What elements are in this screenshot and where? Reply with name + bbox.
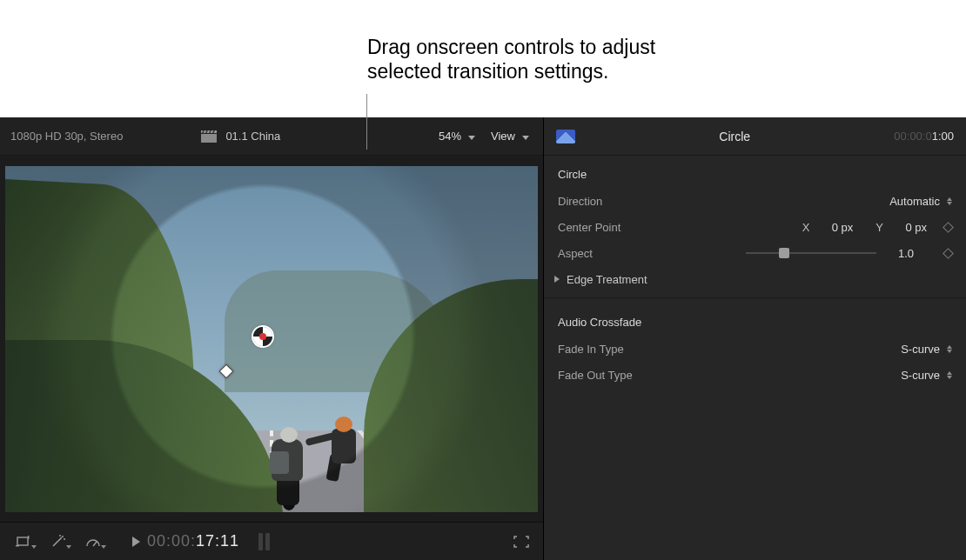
clip-name-group: 01.1 China: [201, 130, 280, 143]
zoom-dropdown[interactable]: 54%: [439, 130, 475, 143]
center-point-row: Center Point X 0 px Y 0 px: [544, 214, 966, 240]
viewer-canvas[interactable]: [0, 156, 543, 522]
app-root: Drag onscreen controls to adjust selecte…: [0, 0, 966, 560]
tool-group: [9, 530, 108, 554]
audio-skim-indicator: [258, 533, 270, 550]
svg-rect-6: [17, 537, 28, 545]
svg-point-12: [59, 535, 61, 537]
view-label: View: [491, 130, 515, 143]
slider-thumb[interactable]: [779, 248, 789, 258]
clip-name: 01.1 China: [225, 130, 280, 143]
viewer-bottom-bar: 00:00:17:11: [0, 522, 543, 560]
stepper-icon: [947, 345, 952, 353]
fullscreen-button[interactable]: [508, 530, 534, 554]
fade-out-row: Fade Out Type S-curve: [544, 362, 966, 388]
timecode-display[interactable]: 00:00:17:11: [147, 532, 239, 550]
transition-icon: [556, 130, 575, 143]
svg-line-9: [53, 537, 62, 546]
editor: 1080p HD 30p, Stereo 01.1 China 54% View: [0, 117, 966, 560]
onscreen-center-handle[interactable]: [253, 327, 272, 346]
zoom-value: 54%: [439, 130, 461, 143]
direction-dropdown[interactable]: Automatic: [889, 195, 952, 208]
inspector-body: Circle Direction Automatic Center Point …: [544, 156, 966, 393]
direction-row: Direction Automatic: [544, 188, 966, 214]
fade-in-dropdown[interactable]: S-curve: [901, 343, 952, 356]
format-label: 1080p HD 30p, Stereo: [10, 130, 123, 143]
duration-lit: 1:00: [932, 130, 954, 143]
transport-block: 00:00:17:11: [132, 532, 270, 550]
viewer-panel: 1080p HD 30p, Stereo 01.1 China 54% View: [0, 117, 544, 560]
svg-line-13: [93, 542, 97, 546]
svg-point-10: [62, 536, 64, 537]
fade-out-label: Fade Out Type: [558, 369, 688, 382]
annotation-leader-line: [366, 94, 367, 150]
svg-point-11: [64, 538, 65, 540]
gauge-icon: [85, 535, 101, 549]
crop-icon: [16, 536, 31, 548]
stepper-icon: [947, 371, 952, 379]
keyframe-button[interactable]: [943, 222, 954, 233]
speed-tool-button[interactable]: [78, 530, 108, 554]
svg-rect-7: [16, 545, 19, 546]
inspector-header: Circle 00:00:01:00: [544, 117, 966, 156]
stepper-icon: [947, 197, 952, 205]
aspect-slider[interactable]: [746, 247, 876, 259]
keyframe-button[interactable]: [943, 248, 954, 259]
chevron-down-icon: [520, 130, 529, 143]
wand-icon: [50, 535, 66, 549]
inspector-title: Circle: [575, 130, 894, 143]
edge-treatment-label: Edge Treatment: [567, 273, 647, 286]
axis-y-label: Y: [875, 221, 883, 234]
fade-in-label: Fade In Type: [558, 343, 688, 356]
aspect-value[interactable]: 1.0: [885, 247, 927, 260]
video-frame: [5, 166, 538, 512]
axis-x-label: X: [802, 221, 810, 234]
inspector-panel: Circle 00:00:01:00 Circle Direction Auto…: [544, 117, 966, 560]
timecode-prefix: 00:00:: [147, 532, 196, 550]
aspect-row: Aspect 1.0: [544, 240, 966, 266]
retime-tool-button[interactable]: [44, 530, 73, 554]
duration-dim: 00:00:0: [894, 130, 931, 143]
direction-value: Automatic: [889, 195, 940, 208]
clapperboard-icon: [201, 130, 217, 143]
fade-in-value: S-curve: [901, 343, 940, 356]
annotation-area: Drag onscreen controls to adjust selecte…: [0, 0, 966, 117]
section-title-audio: Audio Crossfade: [544, 303, 966, 336]
transform-tool-button[interactable]: [9, 530, 38, 554]
center-y-value[interactable]: 0 px: [892, 221, 927, 234]
direction-label: Direction: [558, 195, 688, 208]
section-title-circle: Circle: [544, 161, 966, 188]
fade-out-value: S-curve: [901, 369, 940, 382]
chevron-down-icon: [466, 130, 475, 143]
fullscreen-icon: [513, 536, 529, 548]
annotation-text: Drag onscreen controls to adjust selecte…: [367, 35, 655, 83]
view-dropdown[interactable]: View: [491, 130, 529, 143]
play-button[interactable]: [132, 537, 140, 547]
inspector-duration[interactable]: 00:00:01:00: [894, 130, 954, 143]
fade-out-dropdown[interactable]: S-curve: [901, 369, 952, 382]
fade-in-row: Fade In Type S-curve: [544, 336, 966, 362]
edge-treatment-disclosure[interactable]: Edge Treatment: [544, 266, 966, 292]
center-point-label: Center Point: [558, 221, 688, 234]
viewer-top-bar: 1080p HD 30p, Stereo 01.1 China 54% View: [0, 117, 543, 156]
svg-rect-0: [201, 134, 217, 143]
aspect-label: Aspect: [558, 247, 688, 260]
svg-rect-8: [28, 536, 29, 539]
timecode-active: 17:11: [196, 532, 239, 550]
disclosure-triangle-icon: [554, 276, 560, 283]
section-divider: [544, 297, 966, 298]
center-x-value[interactable]: 0 px: [818, 221, 853, 234]
